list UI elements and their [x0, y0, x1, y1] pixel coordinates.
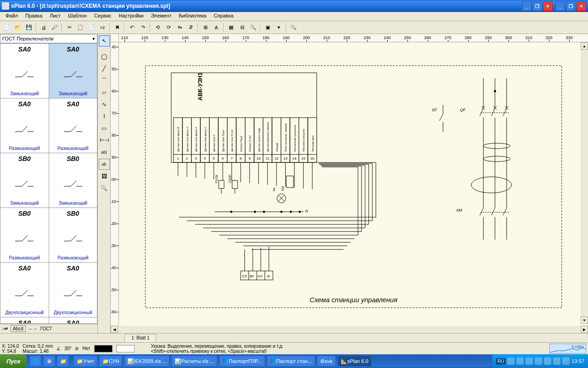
task-avk[interactable]: ⚙ avk: [317, 356, 336, 367]
clock[interactable]: 13:57: [571, 358, 584, 364]
tool-label[interactable]: ab: [99, 159, 110, 170]
tool-dim[interactable]: ⊢⊣: [99, 135, 110, 146]
library-item[interactable]: SA0 Замыкающий: [0, 44, 49, 98]
lib-abcd[interactable]: Abcd: [11, 325, 26, 332]
dropdown-button[interactable]: ▾: [274, 23, 284, 33]
color-swatch2[interactable]: [116, 345, 135, 352]
redo-button[interactable]: ↷: [138, 23, 148, 33]
quicklaunch-3[interactable]: 📁: [57, 356, 69, 367]
scrollbar-vertical[interactable]: ▲ ▼: [581, 42, 588, 324]
sheet-tab[interactable]: 1: Blatt 1: [124, 334, 156, 342]
library-item[interactable]: SB0 Замыкающий: [0, 153, 49, 207]
task-uchet[interactable]: 📁 Учет: [74, 356, 97, 367]
scrollbar-horizontal[interactable]: ◀ ▶: [111, 326, 588, 333]
tool-bezier[interactable]: ⌇: [99, 111, 110, 122]
menu-edit[interactable]: Правка: [22, 12, 46, 21]
task-raschety[interactable]: 📊 Расчеты.xls ...: [171, 356, 217, 367]
canvas-viewport[interactable]: АВК-У3Н1 1Датчик тока фазы B2Датчик тока…: [119, 42, 588, 326]
menu-file[interactable]: Файл: [2, 12, 22, 21]
find-button[interactable]: 🔍: [248, 23, 258, 33]
menu-template[interactable]: Шаблон: [64, 12, 90, 21]
copy-button[interactable]: 📋: [75, 23, 85, 33]
paste-button[interactable]: 📄: [86, 23, 96, 33]
none-icon[interactable]: ⊘: [75, 346, 79, 351]
library-item[interactable]: SA0: [0, 317, 49, 324]
mirror-h-button[interactable]: ⇋: [175, 23, 185, 33]
new-button[interactable]: 📄: [2, 23, 12, 33]
doc-minimize-button[interactable]: _: [555, 1, 565, 11]
tool-poly[interactable]: ▱: [99, 87, 110, 98]
library-item[interactable]: SA0 Размыкающий: [49, 98, 97, 153]
tool-curve[interactable]: ∿: [99, 99, 110, 110]
mirror-v-button[interactable]: ⇵: [186, 23, 196, 33]
tool-text[interactable]: ab|: [99, 147, 110, 158]
scroll-right-button[interactable]: ▶: [581, 326, 588, 333]
save-button[interactable]: 💾: [24, 23, 34, 33]
library-item[interactable]: SA0 Замыкающий: [49, 44, 97, 98]
menu-element[interactable]: Элемент: [147, 12, 175, 21]
grid-button[interactable]: ⊟: [237, 23, 247, 33]
props-button[interactable]: ▣: [263, 23, 273, 33]
tray-icon[interactable]: [553, 357, 560, 365]
snap-button[interactable]: ▦: [226, 23, 236, 33]
library-select[interactable]: ГОСТ Переключатели▾: [0, 34, 97, 43]
tool-pointer[interactable]: ↖: [99, 35, 110, 46]
library-item[interactable]: SB0 Замыкающий: [49, 153, 97, 207]
duplicate-button[interactable]: ×2: [97, 23, 107, 33]
preview-button[interactable]: 🔎: [50, 23, 60, 33]
menu-sheet[interactable]: Лист: [46, 12, 64, 21]
doc-maximize-button[interactable]: ❐: [566, 1, 576, 11]
quicklaunch-ie[interactable]: 🌐: [29, 356, 41, 367]
library-item[interactable]: SA0: [49, 317, 97, 324]
font-button[interactable]: A: [211, 23, 221, 33]
menu-library[interactable]: Библиотека: [175, 12, 210, 21]
tool-rect[interactable]: ▭: [99, 123, 110, 134]
tool-arc[interactable]: ⌒: [99, 75, 110, 86]
doc-close-button[interactable]: ×: [577, 1, 586, 11]
color-swatch[interactable]: [94, 345, 113, 352]
tray-icon[interactable]: [544, 357, 551, 365]
tray-icon[interactable]: [526, 357, 533, 365]
task-iek[interactable]: 📊 IEK2009.xls ...: [124, 356, 170, 367]
rotate-left-button[interactable]: ⟲: [153, 23, 163, 33]
task-pasport2[interactable]: 📘 Паспорт стан...: [267, 356, 315, 367]
library-item[interactable]: SA0 Двухпозиционный: [0, 263, 49, 317]
task-sun[interactable]: 📁 СУН: [99, 356, 123, 367]
scroll-down-button[interactable]: ▼: [581, 316, 588, 324]
tray-icon[interactable]: [535, 357, 542, 365]
menu-settings[interactable]: Настройки: [115, 12, 147, 21]
task-splan[interactable]: 📐 sPlan 6.0: [338, 356, 372, 367]
library-item[interactable]: SB0 Размыкающий: [49, 208, 97, 262]
rotate-right-button[interactable]: ⟳: [164, 23, 174, 33]
scroll-left-button[interactable]: ◀: [111, 326, 118, 333]
lib-mode-icon[interactable]: ↕⇄: [2, 326, 8, 331]
tool-line[interactable]: ╱: [99, 63, 110, 74]
library-item[interactable]: SB0 Размыкающий: [0, 208, 49, 262]
menu-service[interactable]: Сервис: [90, 12, 115, 21]
zoom-button[interactable]: 🔍: [288, 23, 299, 33]
close-button[interactable]: ×: [543, 1, 553, 11]
delete-button[interactable]: ✖: [112, 23, 122, 33]
minimize-button[interactable]: _: [522, 1, 531, 11]
tool-shape[interactable]: ◯: [99, 51, 110, 62]
lang-indicator[interactable]: RU: [496, 358, 505, 364]
tray-icon[interactable]: [516, 357, 524, 365]
quicklaunch-desktop[interactable]: 🖥: [43, 356, 55, 367]
align-button[interactable]: ⊞: [200, 23, 210, 33]
task-pasport1[interactable]: 📘 ПаспортПЗР...: [219, 356, 265, 367]
maximize-button[interactable]: ❐: [532, 1, 542, 11]
scroll-up-button[interactable]: ▲: [581, 42, 588, 50]
tray-icon[interactable]: [507, 357, 514, 365]
undo-button[interactable]: ↶: [127, 23, 137, 33]
print-button[interactable]: 🖨: [39, 23, 49, 33]
menu-help[interactable]: Справка: [210, 12, 237, 21]
tray-icon[interactable]: [562, 357, 570, 365]
library-item[interactable]: SA0 Размыкающий: [0, 98, 49, 153]
tool-zoom[interactable]: 🔍: [99, 183, 110, 194]
cut-button[interactable]: ✂: [64, 23, 74, 33]
library-item[interactable]: SA0 Двухпозиционный: [49, 263, 97, 317]
angle-icon[interactable]: ∠: [57, 346, 61, 351]
start-button[interactable]: Пуск: [0, 354, 27, 368]
lib-arrow[interactable]: ←→: [28, 326, 38, 331]
tool-image[interactable]: 🖼: [99, 171, 110, 182]
